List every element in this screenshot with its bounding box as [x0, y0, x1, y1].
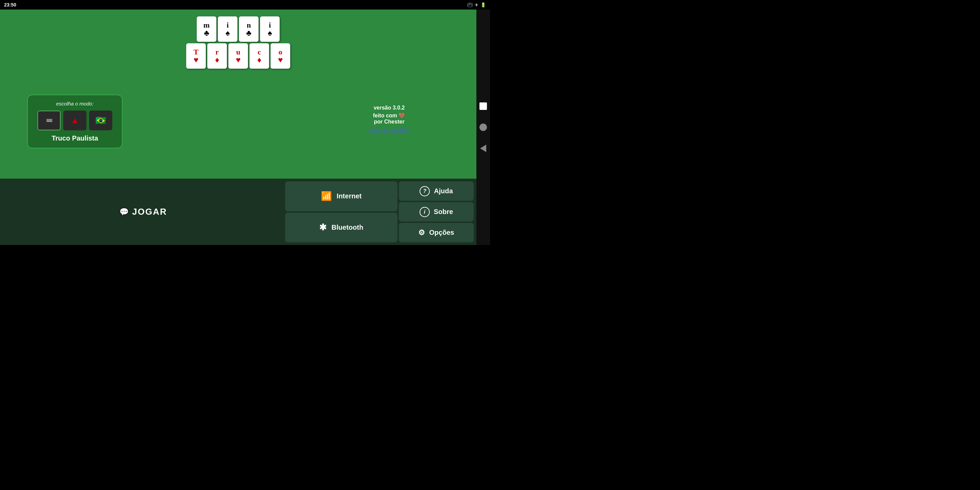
- logo-bottom-row: T ♥ r ♦ u ♥ c ♦ o ♥: [186, 43, 290, 69]
- logo-card-n: n ♣: [239, 16, 259, 42]
- logo-top-row: m ♣ i ♠ n ♣ i ♠: [197, 16, 280, 42]
- action-buttons: ? Ajuda i Sobre ⚙ Opções: [399, 181, 474, 242]
- opcoes-label: Opções: [429, 229, 454, 237]
- logo-card-i2: i ♠: [260, 16, 280, 42]
- bottom-area: 💬 JOGAR 📶 Internet ✱ Bluetooth ? Ajuda i…: [0, 179, 476, 245]
- mode-buttons: ≡≡ ▲ 🇧🇷: [37, 111, 112, 130]
- made-with: feito com 🤎: [370, 112, 408, 119]
- internet-button[interactable]: 📶 Internet: [285, 181, 398, 211]
- author-text: por Chester: [370, 119, 408, 125]
- mode-btn-paulista[interactable]: 🇧🇷: [89, 111, 112, 130]
- ajuda-button[interactable]: ? Ajuda: [399, 181, 474, 201]
- internet-label: Internet: [337, 192, 361, 200]
- battery-icon: 🔋: [480, 2, 486, 8]
- jogar-label: JOGAR: [132, 207, 167, 217]
- nav-circle-button[interactable]: [479, 124, 487, 131]
- status-icons: 📳 ✈ 🔋: [467, 2, 486, 8]
- sobre-button[interactable]: i Sobre: [399, 202, 474, 221]
- jogar-button[interactable]: 💬 JOGAR: [3, 181, 284, 242]
- mode-selector-label: escolha o modo:: [56, 101, 94, 107]
- contact-link[interactable]: entre em contato: [370, 127, 408, 133]
- logo-card-c: c ♦: [250, 43, 269, 69]
- wifi-icon: 📶: [321, 191, 332, 202]
- nav-back-button[interactable]: [480, 145, 486, 152]
- mode-selector: escolha o modo: ≡≡ ▲ 🇧🇷 Truco Paulista: [27, 95, 123, 148]
- logo-area: m ♣ i ♠ n ♣ i ♠ T ♥ r ♦: [186, 16, 290, 69]
- nav-buttons: [476, 10, 490, 245]
- jogar-icon: 💬: [119, 208, 129, 216]
- logo-card-r: r ♦: [207, 43, 227, 69]
- bluetooth-icon: ✱: [319, 222, 327, 233]
- version-info: versão 3.0.2 feito com 🤎 por Chester ent…: [370, 105, 408, 133]
- airplane-icon: ✈: [475, 2, 479, 8]
- mode-selected-name: Truco Paulista: [52, 134, 98, 142]
- vibrate-icon: 📳: [467, 2, 473, 8]
- logo-card-o: o ♥: [270, 43, 290, 69]
- logo-card-i1: i ♠: [218, 16, 237, 42]
- logo-card-m: m ♣: [197, 16, 216, 42]
- status-bar: 23:50 📳 ✈ 🔋: [0, 0, 490, 10]
- nav-square-button[interactable]: [479, 102, 487, 110]
- bluetooth-button[interactable]: ✱ Bluetooth: [285, 213, 398, 243]
- connection-buttons: 📶 Internet ✱ Bluetooth: [285, 181, 398, 242]
- bluetooth-label: Bluetooth: [331, 224, 363, 231]
- main-area: m ♣ i ♠ n ♣ i ♠ T ♥ r ♦: [0, 10, 476, 245]
- sobre-label: Sobre: [434, 208, 453, 216]
- logo-card-T: T ♥: [186, 43, 206, 69]
- version-text: versão 3.0.2: [370, 105, 408, 111]
- gear-icon: ⚙: [418, 228, 425, 237]
- mode-btn-mineiro[interactable]: ▲: [63, 111, 86, 130]
- logo-card-u: u ♥: [228, 43, 248, 69]
- ajuda-label: Ajuda: [434, 187, 453, 195]
- status-time: 23:50: [4, 2, 16, 8]
- sobre-icon: i: [420, 207, 430, 217]
- ajuda-icon: ?: [420, 186, 430, 196]
- opcoes-button[interactable]: ⚙ Opções: [399, 223, 474, 242]
- mode-btn-international[interactable]: ≡≡: [37, 111, 60, 130]
